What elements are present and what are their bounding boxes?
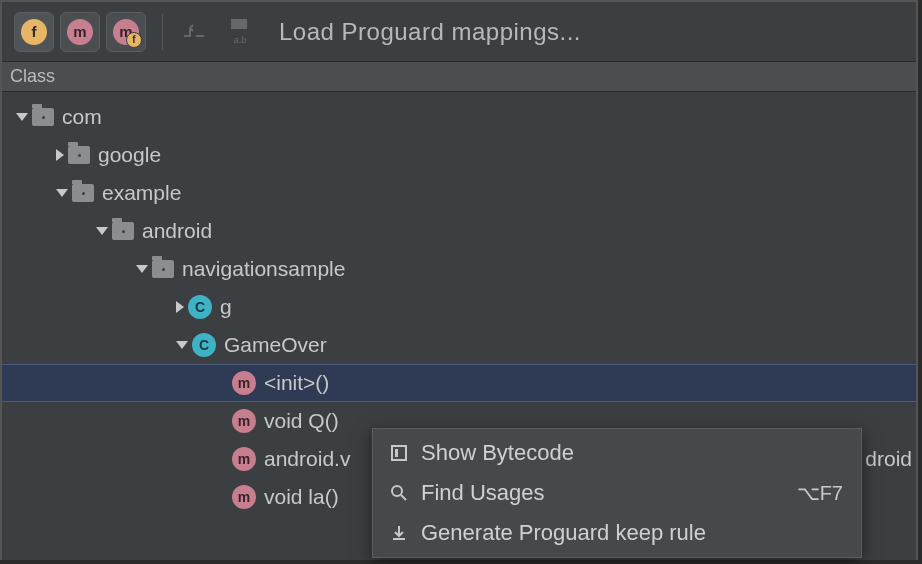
field-overlay-icon: f — [126, 32, 142, 48]
tree-node-label: <init>() — [264, 371, 329, 395]
bytecode-icon — [389, 443, 409, 463]
package-icon — [32, 108, 54, 126]
method-icon: m — [232, 409, 256, 433]
svg-rect-1 — [392, 446, 406, 460]
package-icon — [68, 146, 90, 164]
tree-node-label: void Q() — [264, 409, 339, 433]
tree-node-label: google — [98, 143, 161, 167]
context-menu-label: Show Bytecode — [421, 440, 574, 466]
tree-node-label-clipped: droid — [865, 447, 912, 471]
tree-node-package[interactable]: navigationsample — [2, 250, 916, 288]
load-proguard-mappings-button[interactable]: Load Proguard mappings... — [279, 18, 581, 46]
apk-analyzer-panel: f m m f a.b Load Proguard mappings... Cl… — [0, 0, 918, 560]
tree-node-package[interactable]: google — [2, 136, 916, 174]
toolbar-package-tree-icon[interactable] — [179, 17, 209, 47]
toolbar: f m m f a.b Load Proguard mappings... — [2, 2, 916, 62]
context-menu-show-bytecode[interactable]: Show Bytecode — [373, 433, 861, 473]
chevron-down-icon[interactable] — [176, 341, 188, 349]
package-icon — [112, 222, 134, 240]
column-header: Class — [2, 62, 916, 92]
method-icon: m — [232, 371, 256, 395]
class-icon: C — [188, 295, 212, 319]
tree-node-class[interactable]: C GameOver — [2, 326, 916, 364]
context-menu-generate-keep-rule[interactable]: Generate Proguard keep rule — [373, 513, 861, 553]
chevron-none — [216, 491, 228, 503]
tree-node-label: navigationsample — [182, 257, 345, 281]
method-icon: m — [67, 19, 93, 45]
tree-node-label: com — [62, 105, 102, 129]
svg-rect-0 — [231, 19, 247, 29]
column-header-class: Class — [10, 66, 55, 87]
chevron-none — [216, 377, 228, 389]
tree-node-package[interactable]: example — [2, 174, 916, 212]
tree-node-label: android.v — [264, 447, 350, 471]
tree-node-package[interactable]: android — [2, 212, 916, 250]
tree-node-label: GameOver — [224, 333, 327, 357]
context-menu-label: Generate Proguard keep rule — [421, 520, 706, 546]
tree-node-label: example — [102, 181, 181, 205]
tree-node-package[interactable]: com — [2, 98, 916, 136]
chevron-down-icon[interactable] — [136, 265, 148, 273]
chevron-none — [216, 415, 228, 427]
svg-point-3 — [392, 486, 402, 496]
tree-node-class[interactable]: C g — [2, 288, 916, 326]
field-icon: f — [21, 19, 47, 45]
context-menu: Show Bytecode Find Usages ⌥F7 Generate P… — [372, 428, 862, 558]
class-icon: C — [192, 333, 216, 357]
context-menu-find-usages[interactable]: Find Usages ⌥F7 — [373, 473, 861, 513]
toolbar-show-referenced-button[interactable]: m f — [106, 12, 146, 52]
context-menu-shortcut: ⌥F7 — [797, 481, 843, 505]
chevron-down-icon[interactable] — [56, 189, 68, 197]
context-menu-label: Find Usages — [421, 480, 545, 506]
svg-rect-2 — [395, 449, 398, 457]
toolbar-separator — [162, 14, 163, 50]
tree-node-method[interactable]: m <init>() — [2, 364, 916, 402]
tree-node-label: g — [220, 295, 232, 319]
chevron-down-icon[interactable] — [16, 113, 28, 121]
chevron-right-icon[interactable] — [56, 149, 64, 161]
chevron-none — [216, 453, 228, 465]
toolbar-show-methods-button[interactable]: m — [60, 12, 100, 52]
method-icon: m — [232, 447, 256, 471]
tree-node-label: void la() — [264, 485, 339, 509]
tree-node-label: android — [142, 219, 212, 243]
package-icon — [152, 260, 174, 278]
svg-line-4 — [401, 495, 406, 500]
download-icon — [389, 523, 409, 543]
search-icon — [389, 483, 409, 503]
chevron-down-icon[interactable] — [96, 227, 108, 235]
method-icon: m — [232, 485, 256, 509]
package-icon — [72, 184, 94, 202]
toolbar-deobfuscate-icon[interactable]: a.b — [225, 17, 255, 47]
toolbar-show-fields-button[interactable]: f — [14, 12, 54, 52]
chevron-right-icon[interactable] — [176, 301, 184, 313]
